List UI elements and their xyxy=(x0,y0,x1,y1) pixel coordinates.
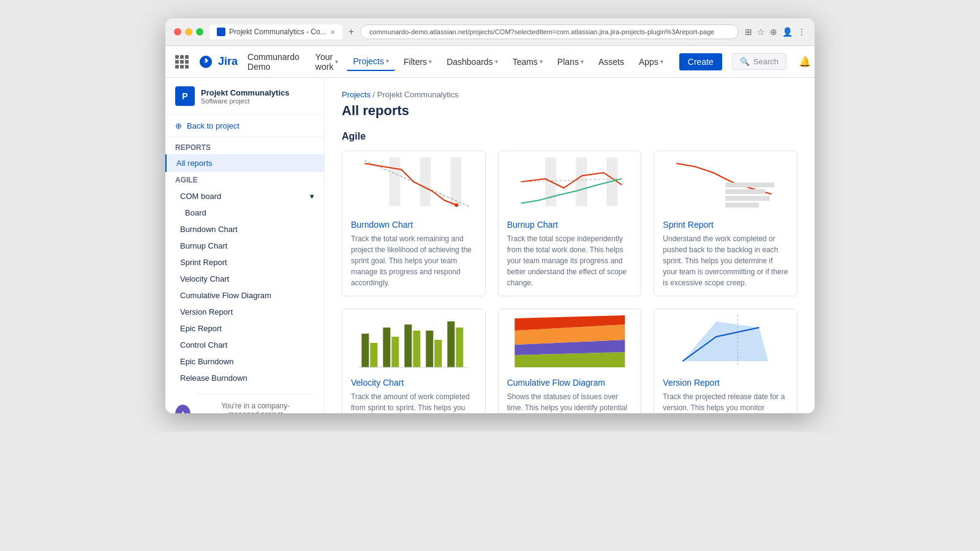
notifications-icon[interactable]: 🔔 xyxy=(796,53,813,70)
version-chart-svg xyxy=(654,309,797,370)
burnup-desc: Track the total scope independently from… xyxy=(507,233,633,288)
content-area: P Projekt Communalytics Software project… xyxy=(165,78,815,413)
sprint-title[interactable]: Sprint Report xyxy=(663,220,788,230)
tab-favicon xyxy=(217,28,225,36)
agile-section-title: Agile xyxy=(342,131,797,142)
chevron-down-icon: ▾ xyxy=(310,192,314,201)
burnup-chart-svg xyxy=(499,151,641,212)
nav-your-work[interactable]: Your work ▾ xyxy=(309,48,345,75)
create-button[interactable]: Create xyxy=(679,53,722,70)
nav-assets[interactable]: Assets xyxy=(592,53,630,70)
sidebar-control[interactable]: Control Chart xyxy=(165,337,324,353)
velocity-desc: Track the amount of work completed from … xyxy=(351,391,477,413)
sidebar-cfd[interactable]: Cumulative Flow Diagram xyxy=(165,287,324,304)
nav-plans[interactable]: Plans ▾ xyxy=(551,53,590,70)
sidebar-board-group[interactable]: COM board ▾ xyxy=(165,188,324,204)
sidebar-velocity[interactable]: Velocity Chart xyxy=(165,271,324,287)
sidebar-bottom-text: You're in a company-managed project Lear… xyxy=(197,394,314,413)
app-container: Jira Communardo Demo Your work ▾ Project… xyxy=(165,46,815,413)
back-icon: ⊕ xyxy=(175,121,182,130)
svg-rect-2 xyxy=(420,157,431,206)
report-card-version[interactable]: Version Report Track the projected relea… xyxy=(654,309,797,413)
sidebar-sprint[interactable]: Sprint Report xyxy=(165,254,324,271)
svg-rect-19 xyxy=(383,328,390,367)
svg-rect-20 xyxy=(391,337,399,367)
sprint-card-body: Sprint Report Understand the work comple… xyxy=(654,212,797,296)
cfd-title[interactable]: Cumulative Flow Diagram xyxy=(507,378,633,388)
nav-projects[interactable]: Projects ▾ xyxy=(347,53,395,71)
sidebar-version[interactable]: Version Report xyxy=(165,304,324,320)
minimize-button[interactable] xyxy=(185,28,192,36)
jira-text: Jira xyxy=(218,55,238,68)
browser-tab[interactable]: Projekt Communalytics - Co... ✕ xyxy=(209,24,342,39)
nav-teams[interactable]: Teams ▾ xyxy=(507,53,549,70)
browser-window: Projekt Communalytics - Co... ✕ + commun… xyxy=(165,18,815,413)
sidebar-project: P Projekt Communalytics Software project xyxy=(165,78,324,115)
reports-section: Reports xyxy=(165,137,324,154)
svg-rect-22 xyxy=(413,331,420,367)
page-title: All reports xyxy=(342,103,797,119)
close-button[interactable] xyxy=(174,28,181,36)
menu-icon[interactable]: ⋮ xyxy=(797,27,806,37)
top-nav: Jira Communardo Demo Your work ▾ Project… xyxy=(165,46,815,78)
new-tab-icon[interactable]: + xyxy=(349,26,354,37)
profile-icon[interactable]: 👤 xyxy=(782,27,793,37)
breadcrumb-separator: / xyxy=(373,90,377,99)
svg-point-5 xyxy=(454,203,458,207)
sidebar-epic[interactable]: Epic Report xyxy=(165,320,324,337)
nav-brand: Communardo Demo xyxy=(247,52,300,72)
velocity-chart-svg xyxy=(342,309,485,370)
report-card-cfd[interactable]: Cumulative Flow Diagram Shows the status… xyxy=(498,309,642,413)
burndown-chart-svg xyxy=(342,151,485,212)
sidebar-all-reports[interactable]: All reports xyxy=(165,154,324,172)
chevron-icon: ▾ xyxy=(660,58,663,65)
tab-title: Projekt Communalytics - Co... xyxy=(229,28,326,36)
report-card-velocity[interactable]: Velocity Chart Track the amount of work … xyxy=(342,309,486,413)
project-icon: P xyxy=(175,86,195,106)
version-desc: Track the projected release date for a v… xyxy=(663,391,788,413)
bookmark-icon[interactable]: ☆ xyxy=(757,27,765,37)
velocity-card-body: Velocity Chart Track the amount of work … xyxy=(342,370,485,413)
sidebar: P Projekt Communalytics Software project… xyxy=(165,78,325,413)
breadcrumb-projects[interactable]: Projects xyxy=(342,90,371,99)
maximize-button[interactable] xyxy=(196,28,203,36)
tab-close-icon[interactable]: ✕ xyxy=(330,29,335,36)
extensions-icon[interactable]: ⊕ xyxy=(770,27,777,37)
nav-dashboards[interactable]: Dashboards ▾ xyxy=(440,53,504,70)
breadcrumb-project: Projekt Communalytics xyxy=(377,90,459,99)
nav-filters[interactable]: Filters ▾ xyxy=(398,53,438,70)
sidebar-burnup[interactable]: Burnup Chart xyxy=(165,238,324,254)
back-to-project[interactable]: ⊕ Back to project xyxy=(165,115,324,137)
cfd-card-body: Cumulative Flow Diagram Shows the status… xyxy=(499,370,641,413)
address-bar[interactable]: communardo-demo.atlassian.net/projects/C… xyxy=(360,24,739,39)
url-text: communardo-demo.atlassian.net/projects/C… xyxy=(369,28,714,36)
reports-grid: Burndown Chart Track the total work rema… xyxy=(342,151,797,413)
sidebar-release-burndown[interactable]: Release Burndown xyxy=(165,370,324,386)
apps-grid-icon[interactable] xyxy=(175,55,189,69)
sidebar-epic-burndown[interactable]: Epic Burndown xyxy=(165,353,324,370)
sidebar-board-sub[interactable]: Board xyxy=(165,204,324,221)
burnup-title[interactable]: Burnup Chart xyxy=(507,220,633,230)
sidebar-footer: ✦ You're in a company-managed project Le… xyxy=(165,386,324,413)
project-name: Projekt Communalytics xyxy=(201,88,290,97)
svg-rect-24 xyxy=(434,340,442,367)
version-card-body: Version Report Track the projected relea… xyxy=(654,370,797,413)
project-type: Software project xyxy=(201,97,290,105)
report-card-burndown[interactable]: Burndown Chart Track the total work rema… xyxy=(342,151,486,296)
burndown-title[interactable]: Burndown Chart xyxy=(351,220,477,230)
sidebar-burndown[interactable]: Burndown Chart xyxy=(165,221,324,238)
velocity-title[interactable]: Velocity Chart xyxy=(351,378,477,388)
burndown-desc: Track the total work remaining and proje… xyxy=(351,233,477,288)
burndown-card-body: Burndown Chart Track the total work rema… xyxy=(342,212,485,296)
report-card-sprint[interactable]: Sprint Report Understand the work comple… xyxy=(654,151,797,296)
nav-apps[interactable]: Apps ▾ xyxy=(633,53,669,70)
translate-icon[interactable]: ⊞ xyxy=(745,27,752,37)
jira-logo[interactable]: Jira xyxy=(198,54,238,69)
report-card-burnup[interactable]: Burnup Chart Track the total scope indep… xyxy=(498,151,642,296)
nav-items: Your work ▾ Projects ▾ Filters ▾ Dashboa… xyxy=(309,48,669,75)
chevron-icon: ▾ xyxy=(581,58,584,65)
version-title[interactable]: Version Report xyxy=(663,378,788,388)
agile-group: AGILE xyxy=(165,172,324,188)
svg-rect-23 xyxy=(426,331,433,367)
search-bar[interactable]: 🔍 Search xyxy=(732,53,786,70)
